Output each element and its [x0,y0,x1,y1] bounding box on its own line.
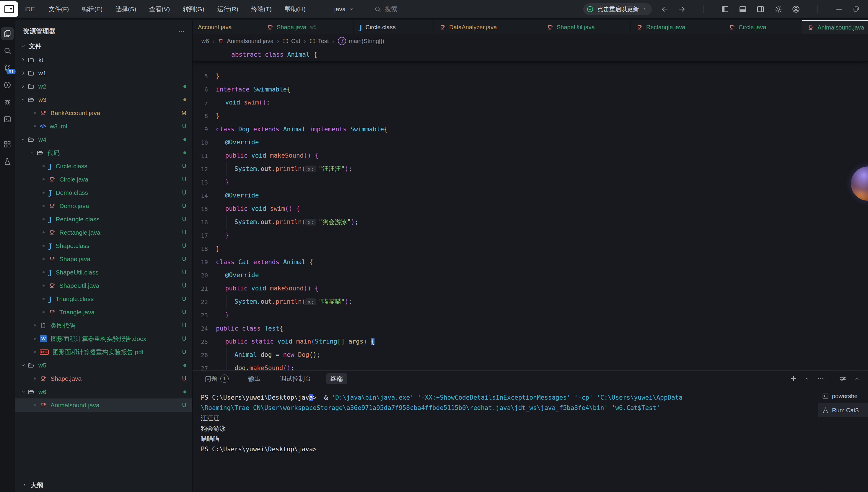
tree-file-Demo.class[interactable]: JDemo.classU [15,186,192,199]
java-file-icon [40,375,47,382]
breadcrumb-item-Animalsound.java[interactable]: Animalsound.java [218,38,274,45]
more-actions-icon[interactable] [178,27,185,35]
restore-window-button[interactable] [852,5,860,13]
panel-more-actions-icon[interactable] [817,375,825,383]
code-token: ; [349,298,352,305]
editor-tab-Account.java[interactable]: Account.java [192,20,261,34]
terminal-output[interactable]: PS C:\Users\yuwei\Desktop\java> & 'D:\ja… [192,387,818,492]
tree-file-Rectangle.java[interactable]: Rectangle.javaU [15,226,192,239]
menu-item-G[interactable]: 转到(G) [183,5,204,13]
code-token [279,259,283,266]
search-icon[interactable] [1,44,14,57]
chevron-right-icon [642,7,647,11]
tree-file-图形面积计算器重构实验报告.pdf[interactable]: PDF图形面积计算器重构实验报告.pdfU [15,345,192,359]
menu-item-E[interactable]: 编辑(E) [82,5,102,13]
breadcrumb-separator: › [332,38,334,45]
editor-tab-DataAnalyzer.java[interactable]: DataAnalyzer.java [434,20,541,34]
toggle-left-sidebar-button[interactable] [721,5,729,14]
indent [216,96,225,109]
extensions-icon[interactable] [1,138,14,151]
code-token [235,126,238,133]
terminal-list-item-powershe[interactable]: powershe [818,389,868,403]
tree-file-Animalsound.java[interactable]: Animalsound.javaU [15,398,192,412]
minimize-window-button[interactable] [835,5,843,13]
sticky-scroll-line[interactable]: abstract class Animal { [192,48,868,62]
menu-item-R[interactable]: 运行(R) [217,5,238,13]
toggle-right-sidebar-button[interactable] [756,5,765,14]
forward-button[interactable] [678,5,686,13]
project-selector[interactable]: java [314,5,375,13]
source-control-icon[interactable]: 31 [1,62,14,74]
editor-tab-ShapeUtil.java[interactable]: ShapeUtil.java [541,20,631,34]
tree-file-w3.iml[interactable]: </>w3.imlU [15,120,192,133]
tree-file-ShapeUtil.java[interactable]: ShapeUtil.javaU [15,279,192,292]
menu-item-H[interactable]: 帮助(H) [285,5,306,13]
settings-gear-icon[interactable] [774,5,783,14]
new-terminal-button[interactable] [790,375,797,383]
breadcrumb-item-main(String[])[interactable]: fmain(String[]) [338,37,384,45]
tree-file-Demo.java[interactable]: Demo.javaU [15,199,192,213]
outline-section-header[interactable]: 大纲 [15,478,192,492]
breadcrumb-item-w6[interactable]: w6 [202,38,209,45]
tree-file-ShapeUtil.class[interactable]: JShapeUtil.classU [15,266,192,279]
tree-file-类图代码[interactable]: 类图代码U [15,319,192,332]
tree-folder-kt[interactable]: kt [15,53,192,67]
tree-file-Shape.class[interactable]: JShape.classU [15,239,192,252]
debug-icon[interactable] [1,96,14,108]
git-status-badge: U [179,255,186,262]
menu-item-T[interactable]: 终端(T) [251,5,272,13]
tree-file-Triangle.class[interactable]: JTriangle.classU [15,292,192,305]
code-token [283,51,287,58]
menu-item-V[interactable]: 查看(V) [149,5,170,13]
account-icon[interactable] [792,5,800,14]
tree-file-BankAccount.java[interactable]: BankAccount.javaM [15,106,192,120]
code-editor[interactable]: abstract class Animal { 5}6interface Swi… [192,48,868,370]
back-button[interactable] [661,5,669,13]
editor-tab-Animalsound.java[interactable]: Animalsound.java [802,20,868,34]
files-section-header[interactable]: 文件 [15,40,192,53]
tree-file-Circle.java[interactable]: Circle.javaU [15,173,192,186]
test-flask-icon[interactable] [1,155,14,168]
tree-file-Shape.java[interactable]: Shape.javaU [15,372,192,385]
explorer-icon[interactable] [1,27,14,40]
editor-tab-Shape.java[interactable]: Shape.javaw5 [261,20,354,34]
global-search[interactable]: 搜索 [374,5,397,13]
breadcrumb-item-Cat[interactable]: Cat [283,38,300,45]
maximize-panel-button[interactable] [854,375,861,382]
code-token: class [242,325,261,332]
tree-folder-w4[interactable]: w4 [15,133,192,146]
panel-tab-问题[interactable]: 问题1 [201,373,233,384]
editor-tab-Circle.class[interactable]: JCircle.class [354,20,434,34]
terminal-list-item-Run: Cat$[interactable]: Run: Cat$ [818,403,868,417]
menu-item-F[interactable]: 文件(F) [49,5,69,13]
tree-file-Triangle.java[interactable]: Triangle.javaU [15,305,192,319]
terminal-profile-chevron-icon[interactable] [804,376,810,381]
editor-tab-Rectangle.java[interactable]: Rectangle.java [631,20,723,34]
search-icon [374,6,381,13]
tree-folder-代码[interactable]: 代码 [15,146,192,159]
editor-tab-Circle.java[interactable]: Circle.java [723,20,802,34]
panel-tab-输出[interactable]: 输出 [244,373,265,384]
tree-file-Rectangle.class[interactable]: JRectangle.classU [15,213,192,226]
tree-folder-w2[interactable]: w2 [15,80,192,93]
indent-guide [217,162,217,176]
restart-to-update-button[interactable]: 点击重启以更新 [583,3,652,15]
tree-file-Circle.class[interactable]: JCircle.classU [15,159,192,173]
tree-folder-w5[interactable]: w5 [15,359,192,372]
breadcrumb-item-Test[interactable]: Test [309,38,329,45]
tree-folder-w6[interactable]: w6 [15,385,192,398]
panel-tab-终端[interactable]: 终端 [326,373,347,384]
terminal-settings-icon[interactable] [839,375,847,383]
toggle-panel-button[interactable] [738,5,747,14]
panel-tab-调试控制台[interactable]: 调试控制台 [276,373,315,384]
tree-folder-w1[interactable]: w1 [15,67,192,80]
ai-chat-icon[interactable] [1,78,14,92]
tree-file-图形面积计算器重构实验报告.docx[interactable]: W图形面积计算器重构实验报告.docxU [15,332,192,345]
terminal-view-icon[interactable] [1,113,14,126]
line-number: 25 [192,338,208,345]
line-number: 8 [192,113,208,120]
menu-item-S[interactable]: 选择(S) [116,5,136,13]
tree-folder-w3[interactable]: w3 [15,93,192,106]
code-line-content: interface Swimmable{ [208,86,290,93]
tree-file-Shape.java[interactable]: Shape.javaU [15,252,192,266]
